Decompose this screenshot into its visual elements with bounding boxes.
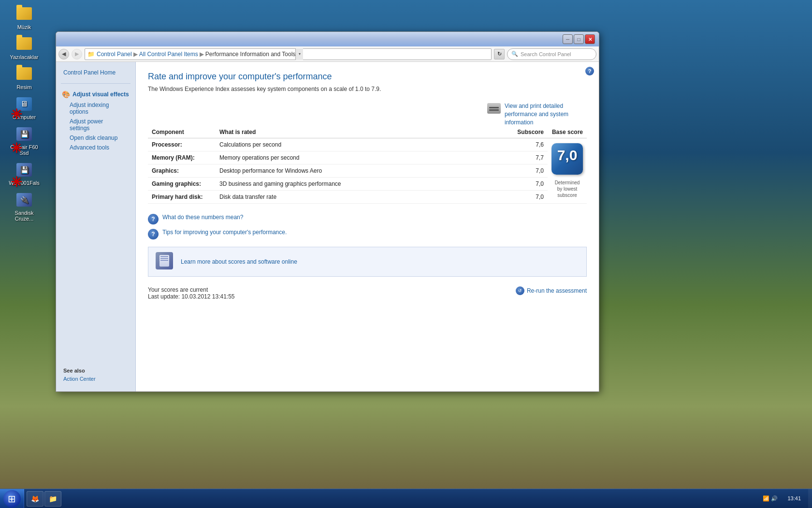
taskbar: ⊞ 🦊 📁 📶 🔊 13:41 <box>0 489 812 508</box>
taskbar-tray: 📶 🔊 <box>760 495 780 502</box>
link-tips[interactable]: Tips for improving your computer's perfo… <box>162 228 287 237</box>
info-box-link[interactable]: Learn more about scores and software onl… <box>181 258 297 265</box>
col-header-basescore: Base score <box>548 126 587 138</box>
show-desktop-button[interactable] <box>808 489 812 508</box>
component-disk: Primary hard disk: <box>148 191 216 204</box>
help-button[interactable]: ? <box>585 67 594 75</box>
back-button[interactable]: ◀ <box>58 49 69 60</box>
search-icon: 🔍 <box>511 51 518 57</box>
forward-button[interactable]: ▶ <box>72 49 82 60</box>
score-current-text: Your scores are current <box>148 286 235 293</box>
breadcrumb-control-panel[interactable]: Control Panel <box>97 51 132 58</box>
sidebar-item-open-disk[interactable]: Open disk cleanup <box>56 133 135 143</box>
info-box-text: Learn more about scores and software onl… <box>181 258 297 265</box>
score-badge: 7,0 <box>551 143 583 175</box>
sidebar-item-adjust-indexing[interactable]: Adjust indexing options <box>56 100 135 117</box>
subscore-memory: 7,7 <box>509 151 548 164</box>
link-what-numbers[interactable]: What do these numbers mean? <box>162 213 243 222</box>
address-bar: ◀ ▶ 📁 Control Panel ▶ All Control Panel … <box>56 46 599 62</box>
subscore-graphics: 7,0 <box>509 164 548 178</box>
close-button[interactable]: ✕ <box>585 34 595 44</box>
taskbar-explorer[interactable]: 📁 <box>44 491 61 507</box>
breadcrumb-sep-2: ▶ <box>200 51 204 58</box>
sidebar-home: Control Panel Home <box>56 67 135 81</box>
breadcrumb-dropdown-button[interactable]: ▾ <box>295 48 303 60</box>
component-gaming: Gaming graphics: <box>148 178 216 191</box>
desktop-icon-resim[interactable]: Resim <box>10 67 39 90</box>
link-row-tips: ? Tips for improving your computer's per… <box>148 228 587 239</box>
rated-memory: Memory operations per second <box>216 151 509 164</box>
col-header-subscore: Subscore <box>509 126 548 138</box>
firefox-icon: 🦊 <box>31 495 39 503</box>
table-row: Primary hard disk: Disk data transfer ra… <box>148 191 587 204</box>
score-status: Your scores are current Last update: 10.… <box>148 286 235 300</box>
print-link-area: View and print detailed performance and … <box>487 102 587 126</box>
score-badge-number: 7,0 <box>551 143 583 163</box>
sidebar: Control Panel Home 🎨 Adjust visual effec… <box>56 62 136 391</box>
icon-inner <box>160 255 169 267</box>
window-body: Control Panel Home 🎨 Adjust visual effec… <box>56 62 599 391</box>
star-decoration-2: ✳ <box>11 140 22 156</box>
star-decoration-3: ✳ <box>11 174 22 190</box>
rated-processor: Calculations per second <box>216 138 509 151</box>
table-row: Gaming graphics: 3D business and gaming … <box>148 178 587 191</box>
rated-disk: Disk data transfer rate <box>216 191 509 204</box>
page-title: Rate and improve your computer's perform… <box>148 72 587 82</box>
breadcrumb-all-items[interactable]: All Control Panel Items <box>139 51 198 58</box>
print-link[interactable]: View and print detailed performance and … <box>505 102 587 126</box>
sidebar-see-also: See also Action Center <box>56 363 135 387</box>
see-also-action-center[interactable]: Action Center <box>63 376 128 382</box>
score-table: Component What is rated Subscore Base sc… <box>148 126 587 204</box>
component-memory: Memory (RAM): <box>148 151 216 164</box>
star-decoration-1: ✳ <box>11 106 22 122</box>
refresh-button[interactable]: ↻ <box>494 49 505 60</box>
print-icon <box>487 103 501 114</box>
volume-icon: 🔊 <box>771 495 778 502</box>
sidebar-main-section: 🎨 Adjust visual effects Adjust indexing … <box>56 86 135 155</box>
desktop-icon-muzik[interactable]: Müzik <box>10 7 39 30</box>
breadcrumb-current: Performance Information and Tools <box>205 51 296 58</box>
question-icon-1: ? <box>148 214 159 224</box>
subscore-processor: 7,6 <box>509 138 548 151</box>
desktop: Müzik Yazılacaklar Resim 🖥 Computer 💾 Co… <box>0 0 812 508</box>
score-badge-container: 7,0 Determined by lowest subscore <box>551 143 583 198</box>
taskbar-items: 🦊 📁 <box>24 491 760 507</box>
rerun-icon: ↺ <box>516 286 524 295</box>
subscore-gaming: 7,0 <box>509 178 548 191</box>
title-bar: ─ □ ✕ <box>56 32 599 46</box>
subscore-disk: 7,0 <box>509 191 548 204</box>
links-section: ? What do these numbers mean? ? Tips for… <box>148 213 587 239</box>
score-footer: Your scores are current Last update: 10.… <box>148 286 587 300</box>
sidebar-home-link[interactable]: Control Panel Home <box>63 69 116 76</box>
main-content: ? Rate and improve your computer's perfo… <box>136 62 599 391</box>
score-table-wrapper: View and print detailed performance and … <box>148 102 587 204</box>
start-button[interactable]: ⊞ <box>0 489 24 508</box>
rerun-button[interactable]: ↺ Re-run the assessment <box>516 286 587 295</box>
scores-software-icon <box>156 252 175 271</box>
maximize-button[interactable]: □ <box>574 34 584 44</box>
windows-logo: ⊞ <box>8 493 16 505</box>
col-header-what-rated: What is rated <box>216 126 509 138</box>
desktop-icon-yazilacaklar[interactable]: Yazılacaklar <box>10 37 39 60</box>
breadcrumb-sep-1: ▶ <box>133 51 138 58</box>
question-icon-2: ? <box>148 229 159 239</box>
link-row-what-numbers: ? What do these numbers mean? <box>148 213 587 224</box>
table-row: Memory (RAM): Memory operations per seco… <box>148 151 587 164</box>
score-last-update: Last update: 10.03.2012 13:41:55 <box>148 293 235 300</box>
sidebar-visual-effects-label: Adjust visual effects <box>72 91 129 98</box>
breadcrumb: 📁 Control Panel ▶ All Control Panel Item… <box>85 48 492 60</box>
minimize-button[interactable]: ─ <box>563 34 573 44</box>
page-subtitle: The Windows Experience Index assesses ke… <box>148 86 587 92</box>
see-also-title: See also <box>63 368 128 374</box>
sidebar-item-adjust-power[interactable]: Adjust power settings <box>56 117 135 133</box>
score-badge-label: Determined by lowest subscore <box>551 179 583 198</box>
taskbar-firefox[interactable]: 🦊 <box>27 491 44 507</box>
sidebar-item-advanced-tools[interactable]: Advanced tools <box>56 143 135 152</box>
desktop-icon-sandisk[interactable]: 🔌 Sandisk Cruze... <box>10 193 39 222</box>
search-box[interactable]: 🔍 Search Control Panel <box>507 48 596 60</box>
window-controls: ─ □ ✕ <box>563 34 595 44</box>
visual-effects-icon: 🎨 <box>62 90 70 98</box>
sidebar-item-visual-effects[interactable]: 🎨 Adjust visual effects <box>56 89 135 100</box>
start-orb: ⊞ <box>3 490 21 508</box>
basescore-processor: 7,0 Determined by lowest subscore <box>548 138 587 204</box>
